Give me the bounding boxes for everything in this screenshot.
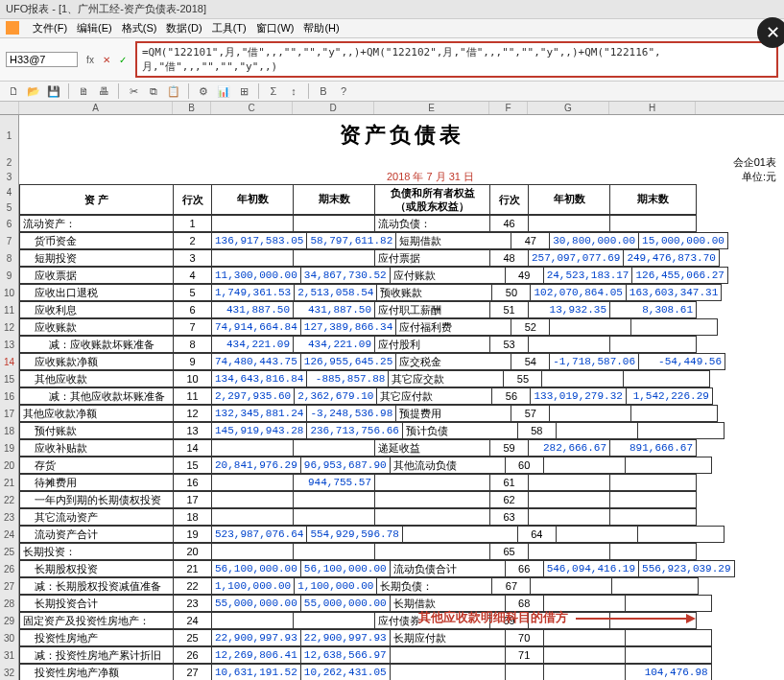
row-header[interactable]: 26 xyxy=(0,560,19,577)
cell-reference[interactable] xyxy=(6,52,78,67)
line-no[interactable]: 26 xyxy=(174,647,212,664)
row-header[interactable]: 18 xyxy=(0,422,19,439)
begin-val2[interactable]: -1,718,587.06 xyxy=(550,354,639,370)
asset-name[interactable]: 其他应收款 xyxy=(20,371,174,387)
line-no2[interactable]: 54 xyxy=(511,354,550,370)
asset-name[interactable]: 投资性房地产 xyxy=(20,630,174,646)
line-no2[interactable]: 63 xyxy=(490,509,529,526)
begin-val2[interactable]: 13,932.35 xyxy=(529,302,610,318)
row-header[interactable]: 13 xyxy=(0,336,19,353)
line-no[interactable]: 11 xyxy=(174,388,212,405)
line-no[interactable]: 15 xyxy=(174,457,212,474)
begin-val[interactable]: 12,269,806.41 xyxy=(212,647,301,664)
end-val2[interactable]: 249,476,873.70 xyxy=(624,250,719,267)
line-no2[interactable]: 52 xyxy=(511,319,550,336)
end-val[interactable]: 34,867,730.52 xyxy=(300,268,390,284)
line-no[interactable]: 2 xyxy=(174,233,212,249)
formula-bar[interactable]: =QM("122101",月,"借",,,"","","y",,)+QM("12… xyxy=(135,41,778,78)
end-val2[interactable] xyxy=(612,578,699,595)
row-header[interactable]: 16 xyxy=(0,387,19,405)
new-icon[interactable]: 🗋 xyxy=(6,83,21,99)
begin-val[interactable] xyxy=(212,440,294,457)
end-val2[interactable] xyxy=(625,647,711,664)
col-c[interactable]: C xyxy=(211,102,293,114)
end-val2[interactable]: 126,455,066.27 xyxy=(632,268,727,284)
begin-val2[interactable]: 133,019,279.32 xyxy=(531,388,626,405)
begin-val[interactable] xyxy=(212,475,294,491)
asset-name[interactable]: 待摊费用 xyxy=(20,475,174,491)
row-header[interactable]: 24 xyxy=(0,526,19,543)
line-no[interactable]: 23 xyxy=(174,596,212,612)
chart-icon[interactable]: 📊 xyxy=(216,83,231,99)
asset-name[interactable]: 货币资金 xyxy=(20,233,174,249)
asset-name[interactable]: 应收账款净额 xyxy=(20,354,174,370)
begin-val2[interactable]: 30,800,000.00 xyxy=(550,233,639,249)
asset-name[interactable]: 流动资产合计 xyxy=(20,527,174,543)
close-icon[interactable]: ✕ xyxy=(757,17,784,48)
begin-val2[interactable]: 282,666.67 xyxy=(529,440,610,457)
asset-name[interactable]: 应收账款 xyxy=(20,319,174,336)
begin-val2[interactable] xyxy=(529,509,610,526)
line-no2[interactable]: 57 xyxy=(511,406,550,422)
end-val[interactable]: 12,638,566.97 xyxy=(300,647,390,664)
row-header[interactable]: 2 xyxy=(0,155,19,170)
copy-icon[interactable]: ⧉ xyxy=(146,83,161,99)
end-val2[interactable] xyxy=(625,457,711,474)
row-header[interactable]: 29 xyxy=(0,612,19,629)
line-no[interactable]: 24 xyxy=(174,613,212,629)
liab-name[interactable] xyxy=(375,492,490,508)
begin-val[interactable]: 434,221.09 xyxy=(212,337,294,353)
confirm-icon[interactable]: ✓ xyxy=(116,53,130,66)
asset-name[interactable]: 长期投资： xyxy=(20,544,174,560)
begin-val2[interactable] xyxy=(529,544,610,560)
cut-icon[interactable]: ✂ xyxy=(126,83,141,99)
begin-val2[interactable]: 24,523,183.17 xyxy=(543,268,632,284)
line-no2[interactable]: 70 xyxy=(505,630,543,646)
menu-tool[interactable]: 工具(T) xyxy=(212,21,247,35)
liab-name[interactable]: 其他流动负债 xyxy=(390,457,505,474)
liab-name[interactable]: 长期负债： xyxy=(377,578,492,595)
liab-name[interactable]: 应付票据 xyxy=(375,250,490,267)
begin-val[interactable] xyxy=(212,492,294,508)
end-val2[interactable]: 556,923,039.29 xyxy=(639,561,734,577)
line-no2[interactable]: 50 xyxy=(492,285,531,301)
print-icon[interactable]: 🖶 xyxy=(96,83,111,99)
open-icon[interactable]: 📂 xyxy=(26,83,41,99)
end-val[interactable]: 96,953,687.90 xyxy=(300,457,390,474)
sum-icon[interactable]: Σ xyxy=(266,83,281,99)
line-no[interactable]: 4 xyxy=(174,268,212,284)
liab-name[interactable]: 应交税金 xyxy=(396,354,511,370)
line-no[interactable]: 16 xyxy=(174,475,212,491)
begin-val[interactable]: 22,900,997.93 xyxy=(212,630,301,646)
help-icon[interactable]: ? xyxy=(336,83,351,99)
begin-val2[interactable]: 546,094,416.19 xyxy=(543,561,638,577)
line-no[interactable]: 19 xyxy=(174,527,212,543)
line-no2[interactable]: 46 xyxy=(490,216,529,232)
line-no2[interactable]: 60 xyxy=(505,457,543,474)
asset-name[interactable]: 减：长期股权投资减值准备 xyxy=(20,578,174,595)
asset-name[interactable]: 流动资产： xyxy=(20,216,174,232)
end-val[interactable]: -885,857.88 xyxy=(307,371,389,387)
line-no2[interactable]: 65 xyxy=(490,544,529,560)
row-header[interactable]: 7 xyxy=(0,232,19,249)
begin-val2[interactable]: 257,097,077.69 xyxy=(529,250,624,267)
col-e[interactable]: E xyxy=(374,102,489,114)
line-no2[interactable]: 62 xyxy=(490,492,529,508)
tool-icon[interactable]: ⚙ xyxy=(196,83,211,99)
begin-val[interactable]: 134,643,816.84 xyxy=(212,371,307,387)
begin-val[interactable]: 74,914,664.84 xyxy=(212,319,301,336)
begin-val2[interactable] xyxy=(529,492,610,508)
asset-name[interactable]: 应收出口退税 xyxy=(20,285,174,301)
line-no2[interactable]: 59 xyxy=(490,440,529,457)
line-no2[interactable]: 61 xyxy=(490,475,529,491)
begin-val2[interactable] xyxy=(529,475,610,491)
end-val2[interactable]: 163,603,347.31 xyxy=(626,285,721,301)
begin-val[interactable]: 145,919,943.28 xyxy=(212,423,307,439)
row-header[interactable]: 28 xyxy=(0,595,19,612)
row-header[interactable]: 19 xyxy=(0,439,19,457)
begin-val2[interactable] xyxy=(556,527,637,543)
end-val[interactable]: 2,513,058.54 xyxy=(295,285,377,301)
fx-icon[interactable]: fx xyxy=(83,53,97,66)
end-val[interactable]: 55,000,000.00 xyxy=(300,596,390,612)
row-header[interactable]: 9 xyxy=(0,267,19,284)
